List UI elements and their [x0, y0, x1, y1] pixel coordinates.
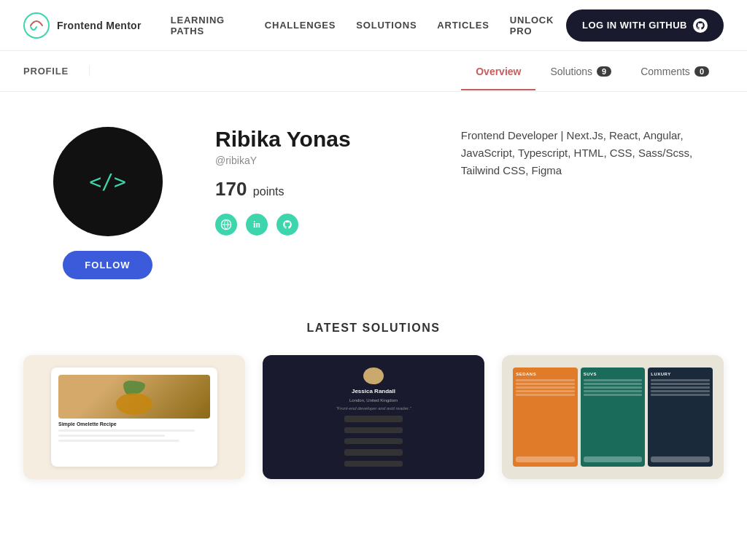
user-bio: Frontend Developer | Next.Js, React, Ang… [461, 127, 703, 179]
car-col-sedans: SEDANS [513, 368, 578, 467]
profile-bar: Profile Overview Solutions 9 Comments 0 [0, 51, 747, 92]
solutions-grid: Simple Omelette Recipe Jessica Randall L… [23, 355, 724, 479]
car-col-sedans-label: SEDANS [516, 372, 575, 376]
car-col-suvs-btn [584, 456, 643, 462]
tab-comments-label: Comments [640, 66, 690, 77]
nav-link-challenges[interactable]: Challenges [265, 20, 336, 31]
car-col-luxury-lines [651, 379, 710, 396]
card-omelette-line3 [58, 440, 179, 442]
solution-card-cars[interactable]: SEDANS SUVS [502, 355, 724, 479]
dark-card-btn2 [344, 427, 403, 433]
profile-tabs: Overview Solutions 9 Comments 0 [461, 52, 724, 90]
nav-link-solutions[interactable]: Solutions [356, 20, 417, 31]
logo-text: Frontend Mentor [57, 20, 142, 31]
latest-solutions-section: Latest Solutions Simple Omelette Recipe … [0, 314, 747, 508]
avatar-section: </> Follow [44, 127, 171, 279]
nav-link-unlock-pro[interactable]: Unlock Pro [510, 15, 566, 36]
line [516, 390, 575, 392]
tab-solutions-badge: 9 [597, 66, 611, 77]
user-info: Ribika Yonas @ribikaY 170 points in [215, 127, 417, 236]
nav-links: Learning Paths Challenges Solutions Arti… [171, 15, 566, 36]
line [584, 379, 643, 381]
svg-point-0 [24, 13, 49, 38]
car-col-sedans-btn [516, 456, 575, 462]
car-col-suvs-lines [584, 379, 643, 396]
car-col-sedans-lines [516, 379, 575, 396]
card-omelette-image [58, 375, 210, 419]
tab-comments[interactable]: Comments 0 [626, 52, 724, 90]
follow-button[interactable]: Follow [63, 251, 152, 279]
dark-card-quote: "Front-end developer and avid reader." [336, 406, 411, 411]
nav-link-learning-paths[interactable]: Learning Paths [171, 15, 244, 36]
user-handle: @ribikaY [215, 155, 417, 166]
github-icon [693, 18, 708, 33]
card-omelette-line2 [58, 435, 165, 437]
dark-card-btn5 [344, 461, 403, 467]
dark-card-btn3 [344, 438, 403, 444]
avatar-code: </> [89, 170, 126, 194]
solution-card-omelette[interactable]: Simple Omelette Recipe [23, 355, 245, 479]
line [651, 394, 710, 396]
card-omelette-line1 [58, 429, 195, 432]
car-col-luxury-label: LUXURY [651, 372, 710, 376]
line [584, 394, 643, 396]
line [651, 390, 710, 392]
logo[interactable]: Frontend Mentor [23, 12, 142, 39]
tab-overview[interactable]: Overview [461, 52, 535, 90]
line [584, 383, 643, 385]
line [516, 379, 575, 381]
line [516, 383, 575, 385]
website-icon[interactable] [215, 214, 237, 236]
line [516, 386, 575, 389]
line [516, 394, 575, 396]
food-egg-shape [116, 393, 152, 415]
profile-label: Profile [23, 66, 90, 77]
dark-card-location: London, United Kingdom [349, 398, 398, 402]
tab-overview-label: Overview [476, 66, 521, 77]
tab-solutions-label: Solutions [550, 66, 592, 77]
profile-content: </> Follow Ribika Yonas @ribikaY 170 poi… [0, 92, 747, 314]
bio-text: Frontend Developer | Next.Js, React, Ang… [461, 127, 703, 179]
login-button[interactable]: Log In With Github [566, 9, 724, 42]
dark-card-name: Jessica Randall [352, 388, 395, 394]
social-links: in [215, 214, 417, 236]
car-col-luxury: LUXURY [648, 368, 713, 467]
line [651, 386, 710, 389]
dark-card-btn4 [344, 449, 403, 455]
github-profile-icon[interactable] [276, 214, 298, 236]
dark-card-avatar [363, 368, 384, 384]
car-col-suvs-label: SUVS [584, 372, 643, 376]
points-label: points [253, 185, 285, 198]
line [584, 390, 643, 392]
nav-link-articles[interactable]: Articles [437, 20, 489, 31]
tab-solutions[interactable]: Solutions 9 [535, 52, 626, 90]
logo-icon [23, 12, 50, 39]
avatar: </> [53, 127, 163, 236]
card-cars-inner: SEDANS SUVS [513, 368, 713, 467]
tab-comments-badge: 0 [694, 66, 709, 77]
main-nav: Frontend Mentor Learning Paths Challenge… [0, 0, 747, 51]
card-omelette-title: Simple Omelette Recipe [58, 421, 210, 427]
car-col-suvs: SUVS [581, 368, 646, 467]
card-dark-inner: Jessica Randall London, United Kingdom "… [296, 368, 452, 467]
dark-card-btn1 [344, 416, 403, 421]
card-omelette-inner: Simple Omelette Recipe [51, 368, 217, 467]
line [651, 379, 710, 381]
points-value: 170 [215, 178, 247, 200]
login-button-label: Log In With Github [582, 20, 687, 31]
user-name: Ribika Yonas [215, 127, 417, 152]
line [651, 383, 710, 385]
line [584, 386, 643, 389]
car-col-luxury-btn [651, 456, 710, 462]
latest-solutions-title: Latest Solutions [23, 322, 724, 335]
user-points: 170 points [215, 178, 417, 201]
solution-card-dark-profile[interactable]: Jessica Randall London, United Kingdom "… [263, 355, 484, 479]
linkedin-icon[interactable]: in [246, 214, 268, 236]
